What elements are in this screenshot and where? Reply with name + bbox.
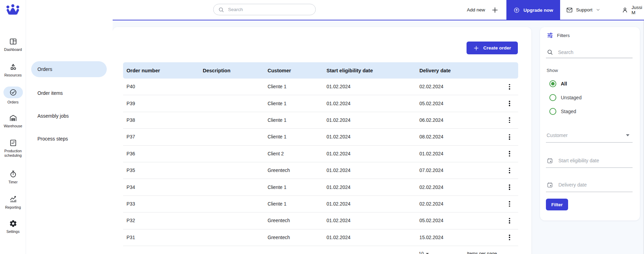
search-icon — [218, 7, 224, 13]
user-menu[interactable]: Jussi M — [621, 0, 644, 20]
support-menu[interactable]: Support — [566, 0, 601, 20]
radio-option-unstaged[interactable]: Unstaged — [549, 94, 582, 101]
table-row[interactable]: P36 Client 2 01.02.2024 01.02.2024 — [123, 146, 518, 162]
column-header-delivery-date[interactable]: Delivery date — [416, 68, 501, 73]
table-row[interactable]: P31 Greentech 01.02.2024 15.02.2024 — [123, 229, 518, 246]
cell-customer: Client 2 — [264, 151, 323, 156]
cell-delivery-date: 08.02.2024 — [416, 134, 501, 139]
filter-search-input[interactable] — [557, 49, 623, 55]
customer-dropdown[interactable]: Customer — [546, 128, 633, 143]
filter-button[interactable]: Filter — [546, 199, 568, 210]
table-row[interactable]: P35 Greentech 01.02.2024 07.02.2024 — [123, 162, 518, 179]
rail-item-label: Production scheduling — [1, 149, 25, 158]
stopwatch-icon — [9, 170, 17, 178]
items-per-page-label: Items per page — [467, 251, 497, 254]
cell-delivery-date: 05.02.2024 — [416, 101, 501, 106]
user-name: Jussi M — [632, 5, 642, 15]
table-row[interactable]: P33 Cliente 1 01.02.2024 02.02.2024 — [123, 196, 518, 212]
check-circle-icon — [9, 88, 17, 97]
rail-item-resources[interactable]: Resources — [0, 63, 26, 78]
cell-delivery-date: 07.02.2024 — [416, 168, 501, 173]
column-header-order-number[interactable]: Order number — [123, 68, 199, 73]
cell-actions — [501, 233, 518, 242]
radio-checked-icon — [549, 80, 556, 87]
add-new-button[interactable]: Add new — [467, 0, 499, 20]
row-actions-kebab-icon[interactable] — [507, 233, 512, 242]
filter-search[interactable] — [546, 46, 633, 58]
filters-panel: Filters Show All Unstaged Staged Custome… — [540, 27, 640, 220]
rail-item-label: Settings — [7, 229, 20, 234]
person-icon — [621, 7, 628, 13]
subnav-item-order-items[interactable]: Order items — [31, 85, 107, 101]
radio-unchecked-icon — [549, 108, 556, 115]
row-actions-kebab-icon[interactable] — [507, 149, 512, 158]
search-input[interactable] — [227, 7, 307, 12]
upgrade-now-button[interactable]: Upgrade now — [506, 0, 560, 20]
row-actions-kebab-icon[interactable] — [507, 216, 512, 226]
cell-actions — [501, 99, 518, 108]
row-actions-kebab-icon[interactable] — [507, 82, 512, 92]
calendar-icon — [547, 157, 553, 164]
table-row[interactable]: P32 Greentech 01.02.2024 05.02.2024 — [123, 212, 518, 229]
cell-start-date: 01.02.2024 — [323, 134, 416, 139]
cell-actions — [501, 149, 518, 158]
radio-option-staged[interactable]: Staged — [549, 108, 576, 115]
table-row[interactable]: P37 Cliente 1 01.02.2024 08.02.2024 — [123, 129, 518, 145]
cell-start-date: 01.02.2024 — [323, 235, 416, 240]
rail-item-label: Timer — [8, 180, 17, 184]
filters-sliders-icon — [547, 32, 554, 39]
rail-item-label: Orders — [7, 100, 18, 105]
katana-logo-icon[interactable] — [5, 4, 21, 19]
page-size-select[interactable]: 10 — [419, 251, 429, 254]
cell-customer: Greentech — [264, 235, 323, 240]
row-actions-kebab-icon[interactable] — [507, 199, 512, 209]
radio-option-all[interactable]: All — [549, 80, 567, 87]
row-actions-kebab-icon[interactable] — [507, 99, 512, 108]
rail-item-timer[interactable]: Timer — [0, 170, 26, 184]
table-row[interactable]: P40 Cliente 1 01.02.2024 02.02.2024 — [123, 79, 518, 95]
active-rail-pill — [3, 87, 23, 98]
rail-item-warehouse[interactable]: Warehouse — [0, 114, 26, 128]
rail-item-dashboard[interactable]: Dashboard — [0, 37, 26, 52]
cell-actions — [501, 199, 518, 209]
create-order-button[interactable]: Create order — [467, 42, 518, 54]
cell-customer: Cliente 1 — [264, 84, 323, 89]
topbar: Add new Upgrade now Support Jussi M — [26, 0, 644, 20]
radio-label: Unstaged — [561, 95, 582, 100]
subnav-item-assembly-jobs[interactable]: Assembly jobs — [31, 108, 107, 124]
cell-delivery-date: 02.02.2024 — [416, 84, 501, 89]
cell-order-number: P37 — [123, 134, 199, 139]
row-actions-kebab-icon[interactable] — [507, 166, 512, 175]
table-body: P40 Cliente 1 01.02.2024 02.02.2024 P39 … — [123, 79, 518, 246]
column-header-start-date[interactable]: Start eligibility date — [323, 68, 416, 73]
delivery-date-field[interactable]: Delivery date — [546, 178, 633, 192]
rail-item-label: Warehouse — [4, 124, 22, 128]
column-header-description[interactable]: Description — [199, 68, 264, 73]
subnav-item-process-steps[interactable]: Process steps — [31, 131, 107, 147]
column-header-customer[interactable]: Customer — [264, 68, 323, 73]
rail-item-reporting[interactable]: Reporting — [0, 195, 26, 210]
cell-delivery-date: 02.02.2024 — [416, 201, 501, 207]
cell-order-number: P39 — [123, 101, 199, 106]
start-eligibility-date-field[interactable]: Start eligibility date — [546, 154, 633, 168]
radio-label: All — [561, 81, 567, 87]
rail-item-production-scheduling[interactable]: Production scheduling — [0, 139, 26, 158]
cell-customer: Greentech — [264, 168, 323, 173]
row-actions-kebab-icon[interactable] — [507, 115, 512, 125]
plus-icon — [491, 6, 499, 14]
filters-title: Filters — [557, 33, 570, 38]
subnav-item-orders[interactable]: Orders — [31, 61, 107, 77]
rail-item-settings[interactable]: Settings — [0, 219, 26, 234]
cell-start-date: 01.02.2024 — [323, 101, 416, 106]
row-actions-kebab-icon[interactable] — [507, 182, 512, 192]
row-actions-kebab-icon[interactable] — [507, 132, 512, 142]
cell-start-date: 01.02.2024 — [323, 218, 416, 223]
cell-customer: Cliente 1 — [264, 118, 323, 123]
table-row[interactable]: P38 Cliente 1 01.02.2024 06.02.2024 — [123, 112, 518, 129]
global-search[interactable] — [213, 4, 316, 15]
support-label: Support — [576, 7, 592, 12]
document-lines-icon — [9, 139, 17, 147]
table-row[interactable]: P34 Cliente 1 01.02.2024 02.02.2024 — [123, 179, 518, 196]
table-row[interactable]: P39 Cliente 1 01.02.2024 05.02.2024 — [123, 95, 518, 112]
rail-item-orders[interactable]: Orders — [0, 87, 26, 105]
